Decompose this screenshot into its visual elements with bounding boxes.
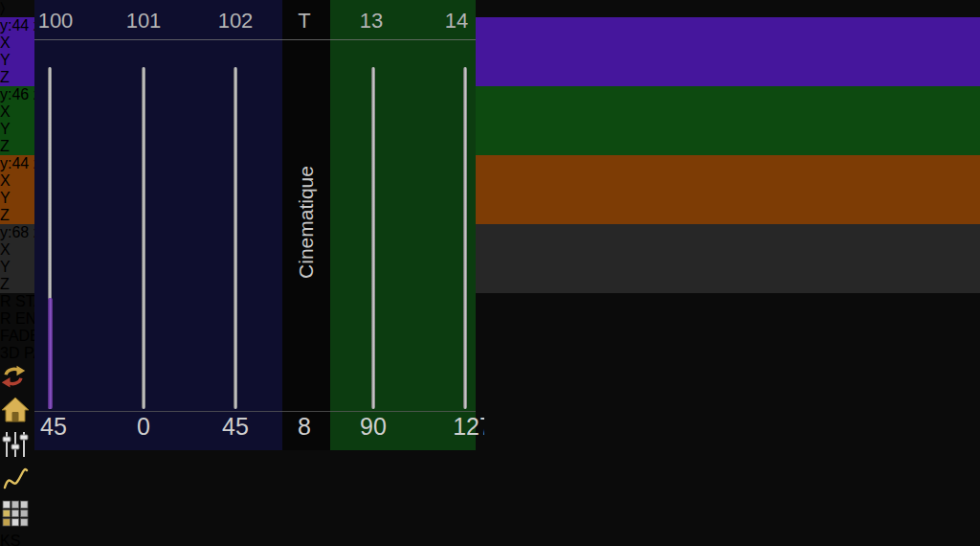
- rail-r-button[interactable]: R: [0, 310, 11, 327]
- fader-value: 45: [40, 413, 67, 441]
- pad-y-value: y:44: [0, 155, 29, 171]
- keyswitches-button[interactable]: KS: [0, 533, 980, 546]
- fader-cc-label: 102: [218, 9, 254, 34]
- app-screen: 100 101 102 T 13 14 Cinematique 45 0 45 …: [0, 0, 980, 546]
- patch-name-label: Cinematique: [295, 166, 318, 279]
- curves-view-button[interactable]: [0, 464, 980, 498]
- fader-cc-label: 100: [38, 9, 74, 34]
- fader-value: 45: [222, 413, 249, 441]
- pads-grid-view-button[interactable]: [0, 498, 980, 533]
- sync-icon: [0, 362, 27, 391]
- fader-fill: [371, 190, 376, 409]
- pad-y-value: y:46: [0, 86, 29, 102]
- faders-group-panel: [34, 0, 282, 450]
- fader-value: 127: [453, 413, 484, 441]
- value-divider: [34, 411, 476, 412]
- fader-fill: [462, 100, 467, 409]
- track-column-header: T: [298, 9, 310, 34]
- pad-y-value: y:68: [0, 224, 29, 240]
- fader-track[interactable]: [142, 67, 145, 409]
- curve-icon: [0, 464, 31, 494]
- fader-value: 90: [360, 413, 387, 441]
- fader-cc-label: 13: [360, 9, 383, 34]
- pad-y-value: y:44: [0, 17, 29, 34]
- faders-window: 100 101 102 T 13 14 Cinematique 45 0 45 …: [34, 0, 484, 450]
- fader-fill: [48, 298, 53, 409]
- fader-value: 0: [137, 413, 150, 441]
- fader-value: 8: [298, 413, 311, 441]
- home-icon: [0, 395, 31, 425]
- header-divider: [34, 39, 476, 40]
- rail-r-button[interactable]: R: [0, 293, 11, 309]
- fader-cc-label: 14: [445, 9, 468, 34]
- faders-group-panel-2: [330, 0, 476, 450]
- fader-fill: [234, 298, 238, 409]
- expand-chevron-icon[interactable]: 〉: [0, 0, 5, 16]
- grid-icon: [0, 498, 31, 529]
- fader-cc-label: 101: [126, 9, 162, 34]
- faders-icon: [0, 429, 31, 460]
